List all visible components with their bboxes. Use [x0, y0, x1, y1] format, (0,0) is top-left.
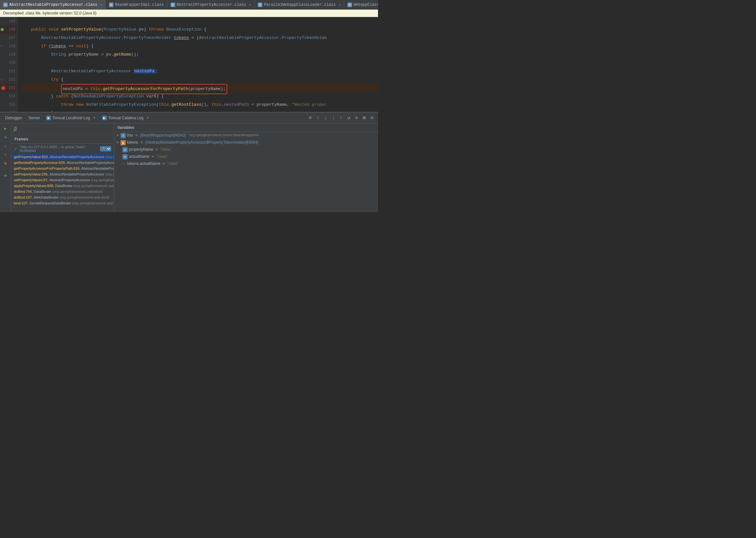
- var-arrow-this[interactable]: ▶: [117, 133, 119, 137]
- line-152: ▽ 152: [0, 76, 17, 84]
- toolbar-up2-btn[interactable]: ↑: [338, 114, 345, 122]
- tor-row: Tor: [11, 124, 114, 135]
- bottom-panel: Debugger Server ▶ Tomcat Localhost Log ✕…: [0, 112, 378, 212]
- tab-label-1: BeanWrapperImpl.class: [115, 3, 164, 7]
- frame-method-0: getPropertyValue:620,: [14, 155, 50, 159]
- line-149: 149: [0, 50, 17, 59]
- tab-icon-0: C: [3, 3, 8, 7]
- breakpoint-dot-153: [1, 86, 5, 90]
- var-value-tokens-actualname: "class": [167, 161, 179, 166]
- frame-item-6[interactable]: doBind:744, DataBinder (org.springframew…: [11, 188, 114, 194]
- thread-item: ✓ "http-nio-127.0.0.1-8091... in group "…: [11, 144, 114, 154]
- dbg-view-btn[interactable]: ∞: [2, 172, 9, 179]
- tab-abstractnestable[interactable]: C AbstractNestablePropertyAccessor.class…: [0, 0, 106, 9]
- tab-icon-1: C: [109, 3, 113, 7]
- toolbar-list-btn[interactable]: ≡: [368, 114, 375, 122]
- var-value-this: {BeanWrapperImpl@6043}: [140, 133, 186, 137]
- tab-parallel[interactable]: C ParallelWebappClassLoader.class ✕: [254, 0, 344, 9]
- tab-catalina-label: Tomcat Catalina Log: [108, 116, 143, 120]
- bottom-tab-bar: Debugger Server ▶ Tomcat Localhost Log ✕…: [0, 113, 378, 124]
- dbg-step-into-btn[interactable]: ↓: [2, 142, 9, 150]
- dbg-resume-btn[interactable]: ▶: [2, 125, 9, 133]
- tab-icon-4: C: [348, 3, 352, 7]
- frame-item-7[interactable]: doBind:197, WebDataBinder (org.springfra…: [11, 194, 114, 200]
- tab-localhost-label: Tomcat Localhost Log: [52, 116, 90, 120]
- frame-item-2[interactable]: getPropertyAccessorForPropertyPath:816, …: [11, 166, 114, 171]
- tab-beanwrapper[interactable]: C BeanWrapperImpl.class: [106, 0, 167, 9]
- tab-tomcat-localhost[interactable]: ▶ Tomcat Localhost Log ✕: [43, 113, 99, 123]
- tab-webapp[interactable]: C WebappClassLoaderBase.class: [344, 0, 378, 9]
- line-155: 155: [0, 101, 17, 109]
- editor-area: 145 146 147 ▽ 148 149 150 151 ▽ 152 153 …: [0, 17, 378, 112]
- toolbar-menu-btn[interactable]: ≡: [307, 114, 314, 122]
- toolbar-down2-btn[interactable]: ↓: [330, 114, 337, 122]
- code-line-147: AbstractNestablePropertyAccessor.Propert…: [21, 34, 378, 42]
- frame-item-1[interactable]: getNestedPropertyAccessor:839, AbstractN…: [11, 160, 114, 166]
- tab-localhost-close[interactable]: ✕: [93, 116, 96, 120]
- tab-close-2[interactable]: ✕: [249, 3, 251, 7]
- dbg-stop-btn[interactable]: ◼: [2, 159, 9, 167]
- var-tokens: ▶ p tokens = {AbstractNestablePropertyAc…: [114, 139, 378, 146]
- variables-header: Variables: [114, 124, 378, 132]
- tab-server[interactable]: Server: [26, 113, 43, 123]
- var-value-propertyname: "class": [160, 147, 172, 152]
- code-line-151: AbstractNestablePropertyAccessor nestedP…: [21, 67, 378, 76]
- line-148: ▽ 148: [0, 42, 17, 50]
- fold-arrow-152[interactable]: ▽: [1, 78, 3, 81]
- tab-bar: C AbstractNestablePropertyAccessor.class…: [0, 0, 378, 10]
- var-icon-tokens-actualname: ∞: [123, 161, 125, 165]
- toolbar-down1-btn[interactable]: ↓: [322, 114, 329, 122]
- line-150: 150: [0, 59, 17, 67]
- thread-select[interactable]: ⌃: [100, 146, 111, 151]
- line-147: 147: [0, 34, 17, 42]
- code-line-150: [21, 59, 378, 67]
- var-name-tokens: tokens: [127, 140, 138, 145]
- frame-item-8[interactable]: bind:107, ServletRequestDataBinder (org.…: [11, 200, 114, 206]
- tab-close-3[interactable]: ✕: [339, 3, 341, 7]
- frame-item-0[interactable]: getPropertyValue:620, AbstractNestablePr…: [11, 154, 114, 160]
- var-icon-this: =: [121, 133, 126, 138]
- line-146: 146: [0, 26, 17, 34]
- tab-debugger[interactable]: Debugger: [2, 113, 26, 123]
- tab-catalina-close[interactable]: ✕: [146, 116, 149, 120]
- var-actualname: = actualName = "class": [114, 153, 378, 160]
- frames-container: Tor Frames ✓ "http-nio-127.0.0.1-8091...…: [11, 124, 114, 212]
- toolbar-refresh-btn[interactable]: ↺: [345, 114, 352, 122]
- dbg-step-out-btn[interactable]: ↑: [2, 151, 9, 158]
- var-name-this: this: [127, 133, 133, 137]
- code-line-148: if (tokens == null) {: [21, 42, 378, 50]
- line-154: 154: [0, 92, 17, 101]
- breakpoint-marker-146: [1, 28, 4, 31]
- frames-list: getPropertyValue:620, AbstractNestablePr…: [11, 154, 114, 212]
- code-content: public void setPropertyValue(PropertyVal…: [18, 17, 378, 112]
- bottom-content: ▶ ↷ ↓ ↑ ◼ ∞ Tor Frames ✓ "http-nio-127.0…: [0, 124, 378, 212]
- debugger-sidebar: ▶ ↷ ↓ ↑ ◼ ∞: [0, 124, 11, 212]
- code-line-145: [21, 17, 378, 26]
- fold-arrow-148[interactable]: ▽: [1, 44, 3, 48]
- var-icon-tokens: p: [121, 140, 126, 145]
- tab-abstractproperty[interactable]: C AbstractPropertyAccessor.class ✕: [167, 0, 255, 9]
- tab-close-0[interactable]: ✕: [100, 3, 103, 7]
- code-line-153: nestedPa = this.getPropertyAccessorForPr…: [21, 84, 378, 92]
- bottom-tabs: Debugger Server ▶ Tomcat Localhost Log ✕…: [0, 113, 154, 123]
- variables-panel: Variables ▶ = this = {BeanWrapperImpl@60…: [114, 124, 378, 212]
- frame-item-4[interactable]: setPropertyValues:97, AbstractPropertyAc…: [11, 177, 114, 183]
- toolbar-filter-btn[interactable]: ⊛: [353, 114, 360, 122]
- frame-item-5[interactable]: applyPropertyValues:848, DataBinder (org…: [11, 183, 114, 188]
- var-icon-propertyname: =: [123, 147, 128, 152]
- var-icon-actualname: =: [123, 154, 128, 159]
- tab-icon-3: C: [258, 3, 262, 7]
- info-bar: Decompiled .class file, bytecode version…: [0, 10, 378, 17]
- toolbar-grid-btn[interactable]: ⊞: [361, 114, 368, 122]
- frames-header-text: Frames: [15, 137, 28, 141]
- code-line-156: }: [21, 109, 378, 112]
- frames-header: Frames: [11, 135, 114, 144]
- var-type-this: "org.springframework.beans.BeanWrapperIm: [188, 133, 259, 137]
- var-arrow-tokens[interactable]: ▶: [117, 140, 119, 144]
- code-line-146: public void setPropertyValue(PropertyVal…: [21, 26, 378, 34]
- tab-tomcat-catalina[interactable]: ▶ Tomcat Catalina Log ✕: [99, 113, 152, 123]
- dbg-step-over-btn[interactable]: ↷: [2, 134, 9, 141]
- frame-item-3[interactable]: setPropertyValue:256, AbstractNestablePr…: [11, 171, 114, 177]
- toolbar-up1-btn[interactable]: ↑: [314, 114, 321, 122]
- tab-label-2: AbstractPropertyAccessor.class: [177, 3, 246, 7]
